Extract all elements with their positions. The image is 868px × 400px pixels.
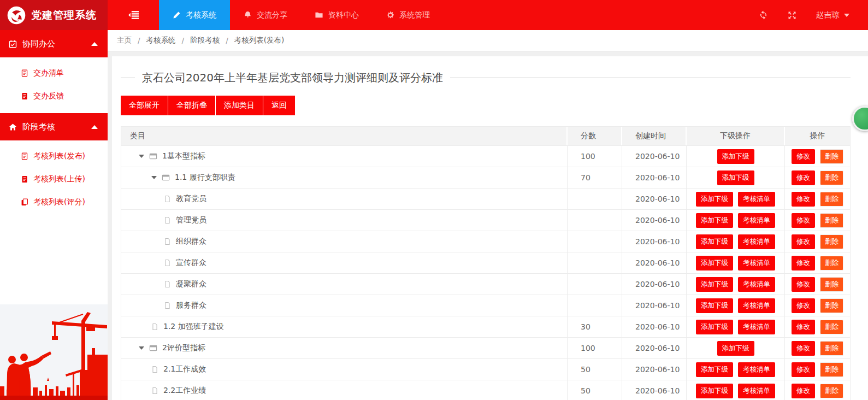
edit-button[interactable]: 修改	[792, 362, 815, 377]
file-icon	[164, 238, 171, 245]
edit-button[interactable]: 修改	[792, 298, 815, 313]
toolbar-button-0[interactable]: 全部展开	[121, 96, 168, 115]
edit-button[interactable]: 修改	[792, 234, 815, 249]
cell-score	[568, 274, 622, 295]
cell-actions: 修改删除	[785, 167, 850, 188]
delete-button[interactable]: 删除	[820, 256, 843, 270]
calendar-check-icon	[9, 40, 17, 48]
sidebar-item-1-1[interactable]: 考核列表(上传)	[0, 168, 108, 191]
main-nav: 考核系统交流分享资料中心系统管理	[159, 0, 444, 30]
checklist-button[interactable]: 考核清单	[738, 277, 775, 292]
cell-score: 50	[568, 359, 622, 380]
sidebar: 协同办公交办清单交办反馈阶段考核考核列表(发布)考核列表(上传)考核列表(评分)	[0, 30, 108, 400]
sidebar-item-0-1[interactable]: 交办反馈	[0, 85, 108, 108]
toolbar-button-2[interactable]: 添加类目	[216, 96, 263, 115]
sidebar-toggle-button[interactable]	[108, 0, 159, 30]
cell-date: 2020-06-10	[622, 146, 687, 167]
add-sub-button[interactable]: 添加下级	[696, 320, 733, 334]
checklist-button[interactable]: 考核清单	[738, 192, 775, 207]
top-bar: 党建管理系统 考核系统交流分享资料中心系统管理	[0, 0, 868, 30]
checklist-button[interactable]: 考核清单	[738, 362, 775, 377]
tree-expand-caret-icon[interactable]	[139, 346, 144, 350]
checklist-button[interactable]: 考核清单	[738, 256, 775, 270]
add-sub-button[interactable]: 添加下级	[717, 170, 754, 185]
checklist-button[interactable]: 考核清单	[738, 384, 775, 398]
main-content: 主页/考核系统/阶段考核/考核列表(发布) 京石公司2020年上半年基层党支部领…	[108, 30, 868, 400]
checklist-button[interactable]: 考核清单	[738, 213, 775, 228]
delete-button[interactable]: 删除	[820, 213, 843, 228]
cell-score	[568, 295, 622, 316]
file-icon	[151, 366, 158, 373]
nav-tab-0[interactable]: 考核系统	[159, 0, 230, 30]
checklist-button[interactable]: 考核清单	[738, 234, 775, 249]
delete-button[interactable]: 删除	[820, 341, 843, 356]
column-header-4: 操作	[785, 127, 850, 145]
tree-expand-caret-icon[interactable]	[151, 176, 157, 179]
sidebar-section-1[interactable]: 阶段考核	[0, 113, 108, 140]
edit-button[interactable]: 修改	[792, 384, 815, 398]
table-row: 组织群众2020-06-10添加下级考核清单修改删除	[121, 231, 851, 252]
edit-button[interactable]: 修改	[792, 277, 815, 292]
sidebar-item-1-0[interactable]: 考核列表(发布)	[0, 145, 108, 168]
delete-button[interactable]: 删除	[820, 298, 843, 313]
add-sub-button[interactable]: 添加下级	[696, 362, 733, 377]
add-sub-button[interactable]: 添加下级	[696, 192, 733, 207]
edit-button[interactable]: 修改	[792, 256, 815, 270]
column-header-3: 下级操作	[687, 127, 785, 145]
category-label: 管理党员	[176, 215, 206, 225]
file-filled-icon	[21, 92, 28, 100]
breadcrumb-item-2[interactable]: 阶段考核	[190, 36, 220, 45]
delete-button[interactable]: 删除	[820, 362, 843, 377]
cell-score: 100	[568, 338, 622, 358]
cell-category: 管理党员	[121, 210, 568, 231]
user-menu[interactable]: 赵吉琼	[816, 10, 850, 20]
nav-tab-2[interactable]: 资料中心	[301, 0, 373, 30]
edit-button[interactable]: 修改	[792, 213, 815, 228]
delete-button[interactable]: 删除	[820, 234, 843, 249]
edit-button[interactable]: 修改	[792, 192, 815, 207]
tree-expand-caret-icon[interactable]	[139, 155, 144, 158]
nav-tab-label: 系统管理	[399, 10, 430, 20]
edit-button[interactable]: 修改	[792, 170, 815, 185]
delete-button[interactable]: 删除	[820, 320, 843, 334]
file-icon	[151, 387, 158, 395]
fullscreen-button[interactable]	[788, 11, 796, 20]
add-sub-button[interactable]: 添加下级	[696, 213, 733, 228]
add-sub-button[interactable]: 添加下级	[696, 298, 733, 313]
add-sub-button[interactable]: 添加下级	[696, 384, 733, 398]
tree-node: 2评价型指标	[130, 343, 205, 353]
sidebar-section-0[interactable]: 协同办公	[0, 30, 108, 57]
nav-tab-3[interactable]: 系统管理	[373, 0, 444, 30]
edit-button[interactable]: 修改	[792, 341, 815, 356]
breadcrumb-item-0[interactable]: 主页	[117, 36, 132, 45]
sidebar-item-1-2[interactable]: 考核列表(评分)	[0, 191, 108, 214]
delete-button[interactable]: 删除	[820, 384, 843, 398]
breadcrumb-item-1[interactable]: 考核系统	[146, 36, 176, 45]
delete-button[interactable]: 删除	[820, 149, 843, 164]
sidebar-item-0-0[interactable]: 交办清单	[0, 62, 108, 85]
nav-tab-1[interactable]: 交流分享	[230, 0, 301, 30]
table-row: 1.1 履行支部职责702020-06-10添加下级修改删除	[121, 167, 851, 189]
delete-button[interactable]: 删除	[820, 170, 843, 185]
breadcrumb: 主页/考核系统/阶段考核/考核列表(发布)	[108, 30, 868, 51]
toolbar-button-1[interactable]: 全部折叠	[168, 96, 215, 115]
add-sub-button[interactable]: 添加下级	[696, 277, 733, 292]
add-sub-button[interactable]: 添加下级	[717, 341, 754, 356]
refresh-button[interactable]	[759, 10, 768, 20]
toolbar-button-3[interactable]: 返回	[263, 96, 295, 115]
delete-button[interactable]: 删除	[820, 277, 843, 292]
cell-category: 凝聚群众	[121, 274, 568, 295]
add-sub-button[interactable]: 添加下级	[696, 234, 733, 249]
edit-button[interactable]: 修改	[792, 149, 815, 164]
breadcrumb-item-3[interactable]: 考核列表(发布)	[234, 36, 285, 45]
cell-category: 2.2工作业绩	[121, 380, 568, 400]
cell-category: 1.1 履行支部职责	[121, 167, 568, 188]
edit-button[interactable]: 修改	[792, 320, 815, 334]
checklist-button[interactable]: 考核清单	[738, 298, 775, 313]
delete-button[interactable]: 删除	[820, 192, 843, 207]
sidebar-item-label: 考核列表(发布)	[33, 151, 85, 161]
add-sub-button[interactable]: 添加下级	[696, 256, 733, 270]
window-icon	[149, 344, 157, 352]
checklist-button[interactable]: 考核清单	[738, 320, 775, 334]
add-sub-button[interactable]: 添加下级	[717, 149, 754, 164]
